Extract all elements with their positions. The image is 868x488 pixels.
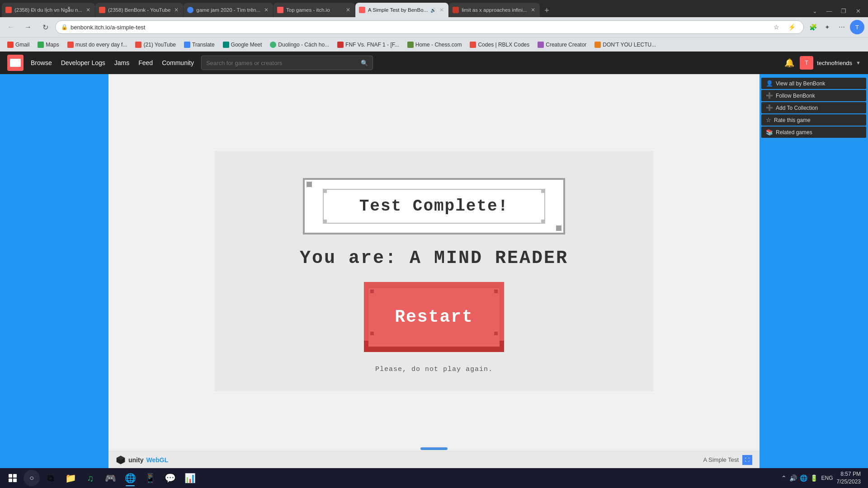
refresh-button[interactable]: ↻ bbox=[38, 20, 52, 34]
itch-nav-right: 🔔 T technofriends ▼ bbox=[784, 56, 861, 70]
taskbar: ○ ⧉ 📁 ♫ 🎮 🌐 📱 💬 📊 ⌃ 🔊 � bbox=[0, 468, 868, 488]
bookmark-star-icon[interactable]: ☆ bbox=[770, 21, 783, 33]
tab-close-2[interactable]: ✕ bbox=[173, 6, 179, 14]
follow-button[interactable]: ➕ Follow BenBonk bbox=[761, 90, 866, 101]
bookmark-maps[interactable]: Maps bbox=[34, 40, 62, 49]
close-browser-button[interactable]: ✕ bbox=[852, 5, 864, 17]
related-games-button[interactable]: 📚 Related games bbox=[761, 127, 866, 138]
view-all-icon: 👤 bbox=[766, 80, 773, 87]
battery-icon[interactable]: 🔋 bbox=[810, 474, 818, 482]
tab-controls: ⌄ — ❐ ✕ bbox=[808, 5, 868, 17]
tab-close-3[interactable]: ✕ bbox=[263, 6, 269, 14]
nav-jams[interactable]: Jams bbox=[114, 59, 129, 66]
view-all-button[interactable]: 👤 View all by BenBonk bbox=[761, 78, 866, 89]
add-collection-button[interactable]: ➕ Add To Collection bbox=[761, 102, 866, 113]
tab-favicon-6 bbox=[453, 7, 459, 13]
taskbar-task-manager-app[interactable]: 📊 bbox=[181, 469, 199, 487]
bookmark-creature[interactable]: Creature Creator bbox=[534, 40, 590, 49]
bookmark-must-do[interactable]: must do every day f... bbox=[64, 40, 131, 49]
user-menu[interactable]: T technofriends ▼ bbox=[800, 56, 861, 70]
nav-feed[interactable]: Feed bbox=[138, 59, 153, 66]
tab-favicon-4 bbox=[277, 7, 283, 13]
test-complete-box: Test Complete! bbox=[303, 178, 565, 235]
browser-menu-icon[interactable]: ⋯ bbox=[835, 21, 848, 33]
fnf-icon bbox=[337, 42, 344, 48]
new-tab-button[interactable]: + bbox=[540, 4, 554, 17]
bookmark-rblx[interactable]: Codes | RBLX Codes bbox=[466, 40, 533, 49]
browser-action-icons: 🧩 ✦ ⋯ T bbox=[807, 20, 864, 34]
itch-search-bar[interactable]: 🔍 bbox=[201, 56, 373, 70]
address-bar[interactable]: 🔒 benbonk.itch.io/a-simple-test ☆ ⚡ bbox=[55, 20, 804, 34]
bookmark-dont[interactable]: DON'T YOU LECTU... bbox=[591, 40, 660, 49]
nav-developer-logs[interactable]: Developer Logs bbox=[61, 59, 105, 66]
rate-game-button[interactable]: ☆ Rate this game bbox=[761, 114, 866, 126]
unity-text: unity bbox=[128, 456, 143, 464]
notifications-icon[interactable]: 🔔 bbox=[784, 58, 794, 68]
forward-button[interactable]: → bbox=[21, 20, 35, 34]
webgl-label: WebGL bbox=[146, 456, 168, 464]
minimize-button[interactable]: — bbox=[823, 5, 835, 17]
windows-logo-icon bbox=[9, 474, 17, 482]
tab-close-6[interactable]: ✕ bbox=[530, 6, 536, 14]
language-label[interactable]: ENG bbox=[821, 475, 833, 481]
taskbar-roblox[interactable]: 🎮 bbox=[101, 469, 119, 487]
follow-label: Follow BenBonk bbox=[776, 93, 815, 99]
extensions-icon[interactable]: 🧩 bbox=[807, 21, 819, 33]
tray-up-arrow-icon[interactable]: ⌃ bbox=[781, 474, 787, 482]
bookmark-gmail[interactable]: Gmail bbox=[4, 40, 33, 49]
nav-browse[interactable]: Browse bbox=[31, 59, 52, 66]
tab-list-button[interactable]: ⌄ bbox=[808, 5, 821, 17]
bookmark-gmail-label: Gmail bbox=[15, 42, 29, 48]
task-manager-icon: 📊 bbox=[184, 473, 196, 483]
tab-5[interactable]: A Simple Test by BenBo... 🔊 ✕ bbox=[355, 3, 448, 17]
tab-label-3: game jam 2020 - Tìm trên... bbox=[196, 7, 260, 13]
nav-community[interactable]: Community bbox=[162, 59, 194, 66]
taskbar-zalo[interactable]: 💬 bbox=[161, 469, 179, 487]
bookmark-meet-label: Google Meet bbox=[231, 42, 262, 48]
bookmark-chess[interactable]: Home - Chess.com bbox=[404, 40, 466, 49]
bookmark-fnf[interactable]: FNF Vs. FNAF 1 - [F... bbox=[334, 40, 403, 49]
fullscreen-button[interactable]: ⛶ bbox=[742, 455, 752, 465]
taskbar-chrome[interactable]: 🌐 bbox=[121, 469, 139, 487]
favorites-icon[interactable]: ✦ bbox=[821, 21, 834, 33]
please-do-not-text: Please, do not play again. bbox=[375, 366, 493, 373]
taskbar-file-explorer[interactable]: 📁 bbox=[61, 469, 80, 487]
tab-1[interactable]: (2358) Đi du lịch vn Ngẫu n... ✕ bbox=[2, 3, 95, 17]
restart-corner-bl bbox=[370, 332, 374, 335]
restore-button[interactable]: ❐ bbox=[837, 5, 850, 17]
bookmark-meet[interactable]: Google Meet bbox=[219, 40, 266, 49]
taskbar-phone-link[interactable]: 📱 bbox=[141, 469, 159, 487]
restart-button[interactable]: Restart bbox=[364, 282, 504, 352]
bookmark-youtube[interactable]: (21) YouTube bbox=[132, 40, 179, 49]
taskbar-search-button[interactable]: ○ bbox=[24, 470, 40, 486]
right-blue-panel: 👤 View all by BenBonk ➕ Follow BenBonk ➕… bbox=[760, 74, 868, 468]
unity-icon bbox=[116, 455, 126, 465]
system-clock[interactable]: 8:57 PM 7/25/2023 bbox=[837, 470, 861, 486]
back-button[interactable]: ← bbox=[4, 20, 18, 34]
corner-bl bbox=[323, 220, 327, 223]
corner-tr bbox=[541, 189, 545, 193]
taskbar-spotify[interactable]: ♫ bbox=[81, 469, 99, 487]
bookmark-fnf-label: FNF Vs. FNAF 1 - [F... bbox=[345, 42, 399, 48]
right-panel-actions: 👤 View all by BenBonk ➕ Follow BenBonk ➕… bbox=[760, 74, 868, 141]
test-complete-text: Test Complete! bbox=[359, 197, 509, 216]
itch-site: Browse Developer Logs Jams Feed Communit… bbox=[0, 52, 868, 468]
tab-close-5[interactable]: ✕ bbox=[439, 6, 445, 14]
tab-3[interactable]: game jam 2020 - Tìm trên... ✕ bbox=[184, 3, 273, 17]
network-icon[interactable]: 🌐 bbox=[800, 474, 807, 482]
tab-close-4[interactable]: ✕ bbox=[345, 6, 351, 14]
taskbar-task-view[interactable]: ⧉ bbox=[42, 469, 60, 487]
taskbar-start-button[interactable] bbox=[4, 469, 22, 487]
tab-close-1[interactable]: ✕ bbox=[85, 6, 91, 14]
unity-logo: unity WebGL bbox=[116, 455, 168, 465]
performance-icon[interactable]: ⚡ bbox=[785, 21, 798, 33]
tab-6[interactable]: limit as x approaches infini... ✕ bbox=[449, 3, 539, 17]
tab-2[interactable]: (2358) BenBonk - YouTube ✕ bbox=[95, 3, 183, 17]
volume-icon[interactable]: 🔊 bbox=[789, 474, 797, 482]
tab-4[interactable]: Top games - itch.io ✕ bbox=[274, 3, 355, 17]
bookmark-translate[interactable]: Translate bbox=[180, 40, 218, 49]
profile-button[interactable]: T bbox=[850, 20, 864, 34]
bookmark-duolingo[interactable]: Duolingo - Cách ho... bbox=[266, 40, 333, 49]
search-input[interactable] bbox=[206, 60, 357, 66]
itch-logo[interactable] bbox=[7, 55, 24, 71]
